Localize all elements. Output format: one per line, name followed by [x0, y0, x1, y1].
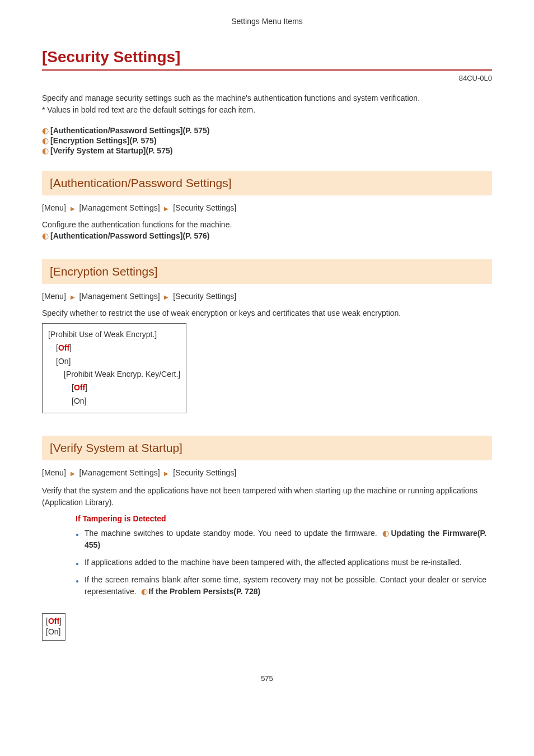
breadcrumb: [Menu] ▶ [Management Settings] ▶ [Securi…: [42, 292, 492, 301]
settings-box-verify: [Off] [On]: [42, 613, 65, 641]
bc-menu: [Menu]: [42, 468, 66, 477]
bc-mgmt: [Management Settings]: [79, 292, 160, 301]
link-icon: ◐: [382, 529, 390, 538]
bullet-text: If the screen remains blank after some t…: [85, 574, 486, 598]
page-container: Settings Menu Items [Security Settings] …: [0, 0, 534, 716]
section-desc: Verify that the system and the applicati…: [42, 485, 492, 508]
bc-sec: [Security Settings]: [173, 468, 236, 477]
link-icon: ◐: [42, 137, 49, 144]
breadcrumb: [Menu] ▶ [Management Settings] ▶ [Securi…: [42, 203, 492, 212]
bullet-item: ● If the screen remains blank after some…: [76, 574, 486, 598]
bullet-item: ● The machine switches to update standby…: [76, 528, 486, 551]
link-icon: ◐: [42, 147, 49, 155]
callout-title: If Tampering is Detected: [76, 514, 492, 523]
arrow-icon: ▶: [71, 294, 75, 300]
document-id: 84CU-0L0: [42, 74, 492, 82]
intro-block: Specify and manage security settings suc…: [42, 92, 492, 116]
bullet-icon: ●: [76, 559, 79, 568]
bc-mgmt: [Management Settings]: [79, 468, 160, 477]
bc-sec: [Security Settings]: [173, 292, 236, 301]
arrow-icon: ▶: [164, 206, 168, 212]
toc-item-auth[interactable]: ◐ [Authentication/Password Settings](P. …: [42, 126, 492, 135]
setting-option-off: [Off]: [46, 616, 62, 627]
link-icon: ◐: [42, 127, 49, 134]
toc-text: [Verify System at Startup](P. 575): [50, 146, 172, 155]
setting-option-off: [Off]: [48, 381, 180, 395]
bullet-list: ● The machine switches to update standby…: [76, 528, 486, 598]
sub-link-auth[interactable]: ◐ [Authentication/Password Settings](P. …: [42, 231, 492, 240]
section-heading-verify: [Verify System at Startup]: [42, 436, 492, 460]
setting-option-on: [On]: [48, 395, 180, 408]
breadcrumb: [Menu] ▶ [Management Settings] ▶ [Securi…: [42, 468, 492, 477]
setting-option-off: [Off]: [48, 342, 180, 355]
default-value: Off: [74, 383, 85, 392]
default-value: Off: [58, 343, 69, 352]
bc-sec: [Security Settings]: [173, 203, 236, 212]
bullet-icon: ●: [76, 577, 79, 598]
setting-option-on: [On]: [48, 355, 180, 368]
inline-link-problem-persists[interactable]: If the Problem Persists(P. 728): [149, 587, 261, 596]
section-desc: Configure the authentication functions f…: [42, 220, 492, 229]
setting-option-on: [On]: [46, 627, 62, 638]
page-title: [Security Settings]: [42, 48, 492, 71]
toc-text: [Encryption Settings](P. 575): [50, 136, 157, 145]
intro-line-2: * Values in bold red text are the defaul…: [42, 104, 492, 116]
toc-text: [Authentication/Password Settings](P. 57…: [50, 126, 209, 135]
bc-menu: [Menu]: [42, 292, 66, 301]
toc-item-encryption[interactable]: ◐ [Encryption Settings](P. 575): [42, 136, 492, 145]
link-icon: ◐: [42, 232, 49, 240]
bullet-item: ● If applications added to the machine h…: [76, 557, 486, 568]
arrow-icon: ▶: [164, 294, 168, 300]
setting-label: [Prohibit Weak Encryp. Key/Cert.]: [48, 368, 180, 381]
bullet-text: If applications added to the machine hav…: [85, 557, 486, 568]
bullet-icon: ●: [76, 530, 79, 551]
default-value: Off: [48, 617, 59, 626]
setting-label: [Prohibit Use of Weak Encrypt.]: [48, 328, 180, 342]
section-heading-encryption: [Encryption Settings]: [42, 259, 492, 284]
link-icon: ◐: [141, 587, 148, 596]
sub-link-text: [Authentication/Password Settings](P. 57…: [50, 231, 209, 240]
bc-menu: [Menu]: [42, 203, 66, 212]
section-desc: Specify whether to restrict the use of w…: [42, 309, 492, 318]
toc: ◐ [Authentication/Password Settings](P. …: [42, 126, 492, 155]
toc-item-verify[interactable]: ◐ [Verify System at Startup](P. 575): [42, 146, 492, 155]
arrow-icon: ▶: [164, 470, 168, 477]
arrow-icon: ▶: [71, 206, 75, 212]
arrow-icon: ▶: [71, 470, 75, 477]
bullet-text: The machine switches to update standby m…: [85, 528, 486, 551]
page-number: 575: [42, 674, 492, 683]
settings-box-encryption: [Prohibit Use of Weak Encrypt.] [Off] [O…: [42, 323, 186, 413]
page-header: Settings Menu Items: [42, 17, 492, 26]
section-heading-auth: [Authentication/Password Settings]: [42, 171, 492, 195]
bc-mgmt: [Management Settings]: [79, 203, 160, 212]
intro-line-1: Specify and manage security settings suc…: [42, 92, 492, 104]
